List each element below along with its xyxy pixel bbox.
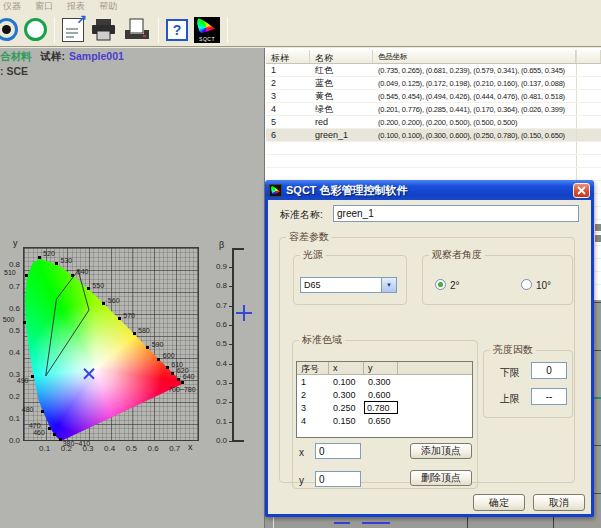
observer-2deg-radio[interactable] — [435, 279, 446, 290]
background-gridline — [273, 517, 274, 528]
wavelength-label: 570 — [123, 312, 135, 319]
print-tray-icon[interactable] — [123, 18, 151, 42]
cell-standard-name: 黄色 — [310, 90, 373, 103]
illuminant-select[interactable]: D65 ▼ — [300, 277, 397, 293]
background-text-fragment — [334, 522, 350, 524]
vertex-y-edit-cell[interactable]: 0.780 — [364, 401, 398, 414]
table-row[interactable]: 6green_1(0.100, 0.100), (0.300, 0.600), … — [266, 129, 601, 142]
cell-coords: (0.545, 0.454), (0.494, 0.426), (0.444, … — [373, 92, 576, 101]
wavelength-dot — [41, 410, 44, 413]
cell-extra — [576, 90, 601, 102]
cell-extra — [576, 168, 601, 180]
cell-standard-name: red — [310, 117, 373, 127]
luminance-group: 亮度因数 — [483, 350, 573, 418]
chevron-down-icon[interactable]: ▼ — [381, 278, 396, 292]
toolbar-separator — [227, 17, 228, 43]
table-row[interactable]: 1红色(0.735, 0.265), (0.681, 0.239), (0.57… — [266, 64, 601, 77]
mode-label: : SCE — [0, 65, 260, 77]
table-row[interactable] — [266, 155, 601, 168]
beta-tick-mark — [229, 286, 233, 287]
tolerance-group-label: 容差参数 — [286, 230, 332, 244]
table-row[interactable]: 3黄色(0.545, 0.454), (0.494, 0.426), (0.44… — [266, 90, 601, 103]
observer-group-label: 观察者角度 — [429, 248, 485, 262]
background-gridline — [594, 397, 601, 399]
vertex-x-value: 0.300 — [329, 390, 364, 400]
vertex-x-value: 0.100 — [329, 377, 364, 387]
gamut-vertex-row[interactable]: 10.1000.300 — [297, 375, 472, 388]
table-row[interactable] — [266, 142, 601, 155]
sqct-logo-icon[interactable]: SQCT — [194, 17, 220, 43]
cell-coords: (0.200, 0.200), (0.200, 0.500), (0.500, … — [373, 118, 576, 127]
wavelength-label: 560 — [108, 297, 120, 304]
beta-tick-label: 0.4 — [202, 359, 227, 368]
col-header-coords[interactable]: 色品坐标 — [373, 50, 576, 63]
wavelength-label: 700~780 — [168, 386, 195, 393]
wavelength-label: 590 — [152, 341, 164, 348]
wavelength-label: 540 — [77, 268, 89, 275]
x-tick-label: 0.4 — [102, 444, 118, 453]
beta-tick-mark — [229, 325, 233, 326]
application-window: 仪器 窗口 报表 帮助 ↗ — [0, 0, 601, 528]
target-icon[interactable] — [3, 18, 18, 41]
standard-name-label: 标准名称: — [280, 208, 323, 222]
wavelength-dot — [166, 366, 169, 369]
gamut-vertex-row[interactable]: 40.1500.650 — [297, 414, 472, 427]
standard-name-input[interactable]: green_1 — [333, 205, 579, 222]
cell-coords: (0.735, 0.265), (0.681, 0.239), (0.579, … — [373, 66, 576, 75]
x-tick-label: 0.1 — [37, 444, 53, 453]
beta-tick-mark — [229, 422, 233, 423]
wavelength-label: 470 — [29, 422, 41, 429]
sample-label: 试样: — [41, 50, 66, 62]
col-header-name[interactable]: 名称 — [310, 50, 373, 63]
table-row[interactable]: 4绿色(0.201, 0.776), (0.285, 0.441), (0.17… — [266, 103, 601, 116]
beta-tick-label: 0.6 — [202, 320, 227, 329]
standards-table-header: 标样 名称 色品坐标 — [266, 50, 601, 64]
lower-limit-input[interactable]: 0 — [531, 362, 567, 379]
gamut-vertex-row[interactable]: 20.3000.600 — [297, 388, 472, 401]
delete-vertex-button[interactable]: 删除顶点 — [410, 470, 472, 486]
table-row[interactable]: 2蓝色(0.049, 0.125), (0.172, 0.198), (0.21… — [266, 77, 601, 90]
y-tick-label: 0.2 — [1, 392, 20, 401]
wavelength-label: 380~410 — [63, 440, 90, 447]
upper-limit-input[interactable]: -- — [531, 388, 567, 405]
beta-tick-label: 0.7 — [202, 301, 227, 310]
menu-item-instrument[interactable]: 仪器 — [3, 0, 21, 13]
calibration-icon[interactable] — [24, 18, 47, 41]
background-fragment — [595, 235, 601, 242]
wavelength-dot — [38, 256, 41, 259]
cell-standard-name: 红色 — [310, 64, 373, 77]
y-tick-label: 0.0 — [1, 436, 20, 445]
beta-tick-mark — [229, 383, 233, 384]
cancel-button[interactable]: 取消 — [533, 494, 585, 511]
wavelength-label: 600 — [163, 352, 175, 359]
gamut-vertex-list[interactable]: 序号 x y 10.1000.30020.3000.60030.2500.780… — [296, 361, 473, 438]
vertex-x-input[interactable]: 0 — [315, 443, 361, 459]
gamut-list-header: 序号 x y — [297, 362, 472, 375]
y-tick-label: 0.1 — [1, 414, 20, 423]
wavelength-dot — [171, 372, 174, 375]
report-export-icon[interactable]: ↗ — [62, 18, 84, 42]
print-icon[interactable] — [90, 18, 117, 42]
col-header-standard[interactable]: 标样 — [266, 50, 310, 63]
menu-item-window[interactable]: 窗口 — [35, 0, 53, 13]
wavelength-dot — [133, 332, 136, 335]
add-vertex-button[interactable]: 添加顶点 — [410, 443, 472, 459]
observer-10deg-radio[interactable] — [521, 279, 532, 290]
vertex-y-input[interactable]: 0 — [315, 471, 361, 487]
wavelength-label: 520 — [43, 250, 55, 257]
wavelength-dot — [31, 375, 34, 378]
gamut-vertex-row[interactable]: 30.2500.780 — [297, 401, 472, 414]
vertex-x-label: x — [299, 447, 304, 458]
menu-item-help[interactable]: 帮助 — [99, 0, 117, 13]
ok-button[interactable]: 确定 — [473, 494, 525, 511]
close-icon[interactable] — [573, 183, 590, 198]
col-header-index: 序号 — [297, 362, 329, 374]
help-icon[interactable]: ? — [166, 19, 188, 41]
cell-extra — [576, 155, 601, 167]
table-row[interactable]: 5red(0.200, 0.200), (0.200, 0.500), (0.5… — [266, 116, 601, 129]
dialog-title-bar[interactable]: SQCT 色彩管理控制软件 — [265, 180, 594, 200]
x-tick-label: 0.5 — [123, 444, 139, 453]
beta-tick-mark — [229, 364, 233, 365]
illuminant-selected-value: D65 — [301, 280, 381, 290]
vertex-index: 2 — [297, 390, 329, 400]
